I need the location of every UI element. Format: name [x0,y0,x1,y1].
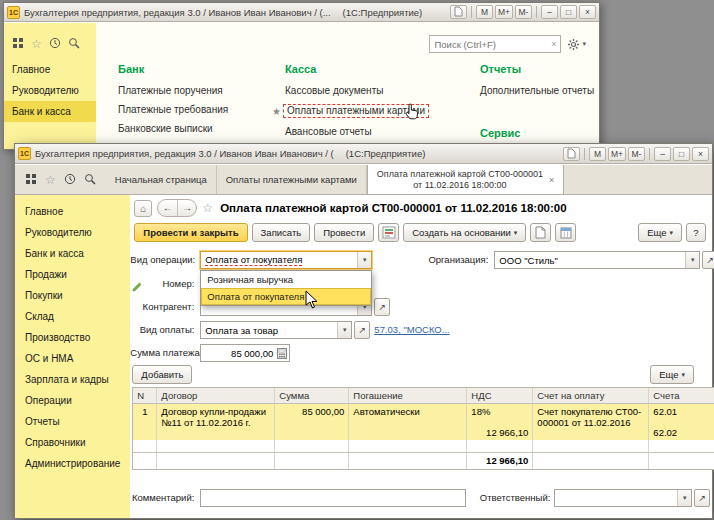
back-button[interactable]: ← [158,200,177,216]
tab-card-payments-list[interactable]: Оплаты платежными картами [217,165,367,194]
cell-vat[interactable]: 18% 12 966,10 [467,404,533,440]
sidebar-item-purchases[interactable]: Покупки [15,285,130,306]
help-button[interactable]: ? [686,223,706,242]
counterparty-open-button[interactable]: ↗ [374,298,390,316]
cell-invoice[interactable]: Счет покупателю СТ00-000001 от 11.02.201… [533,404,649,440]
settlement-account-link[interactable]: 57.03, "МОСКО... [374,324,449,335]
maximize-button[interactable]: □ [673,147,690,161]
post-and-close-button[interactable]: Провести и закрыть [134,223,247,242]
dropdown-option-retail-revenue[interactable]: Розничная выручка [201,271,371,288]
organization-combo[interactable]: ООО "Стиль" ▾ [494,251,700,269]
col-header-contract[interactable]: Договор [157,388,275,404]
chevron-down-icon[interactable]: ▾ [337,322,351,338]
close-button[interactable]: × [692,147,709,161]
sidebar-item-manager[interactable]: Руководителю [15,222,130,243]
cell-repayment[interactable]: Автоматически [349,404,467,440]
back-titlebar[interactable]: 1С Бухгалтерия предприятия, редакция 3.0… [4,3,599,22]
history-icon[interactable] [64,171,76,189]
table-row[interactable]: 1 Договор купли-продажи №11 от 11.02.201… [133,404,714,440]
payment-kind-open-button[interactable]: ↗ [354,321,370,339]
col-header-invoice[interactable]: Счет на оплату [533,388,649,404]
menu-item-bank-statements[interactable]: Банковские выписки [118,123,228,134]
sidebar-item-reports[interactable]: Отчеты [15,411,130,432]
payment-amount-input[interactable]: 85 000,00 [200,344,290,362]
write-button[interactable]: Записать [252,223,311,242]
menu-item-payment-requests[interactable]: Платежные требования [118,104,228,115]
sidebar-item-administration[interactable]: Администрирование [15,453,130,474]
memory-plus-button[interactable]: М+ [608,147,626,161]
cell-contract[interactable]: Договор купли-продажи №11 от 11.02.2016 … [157,404,275,440]
col-header-amount[interactable]: Сумма [275,388,349,404]
back-sidebar-item-main[interactable]: Главное [4,59,96,80]
responsible-open-button[interactable]: ↗ [694,489,710,507]
front-titlebar[interactable]: 1С Бухгалтерия предприятия, редакция 3.0… [15,144,712,164]
sidebar-item-operations[interactable]: Операции [15,390,130,411]
create-based-on-button[interactable]: Создать на основании ▾ [403,223,526,242]
menu-item-advance-reports[interactable]: Авансовые отчеты [285,126,429,137]
search-icon[interactable] [68,35,80,53]
organization-open-button[interactable]: ↗ [702,251,714,269]
sidebar-item-salary-hr[interactable]: Зарплата и кадры [15,369,130,390]
chevron-down-icon[interactable]: ▾ [685,252,699,268]
settings-gear-button[interactable]: ▾ [567,38,586,51]
memory-minus-button[interactable]: М- [628,147,645,161]
col-header-vat[interactable]: НДС [467,388,533,404]
operation-type-combo[interactable]: Оплата от покупателя ▾ [200,251,372,269]
back-sidebar-item-bank-cash[interactable]: Банк и касса [4,101,96,122]
report-button[interactable] [555,223,576,242]
menu-item-card-payments-label[interactable]: Оплаты платежными картами [283,104,429,118]
sidebar-item-warehouse[interactable]: Склад [15,306,130,327]
memory-button[interactable]: М [476,5,493,19]
favorite-star-icon[interactable]: ★ [272,106,281,117]
tab-home-page[interactable]: Начальная страница [106,165,217,194]
dropdown-option-buyer-payment[interactable]: Оплата от покупателя [201,288,371,305]
cell-accounts[interactable]: 62.01 62.02 [649,404,714,440]
menu-item-card-payments[interactable]: ★ Оплаты платежными картами [272,104,429,118]
clear-search-icon[interactable]: × [547,39,560,49]
more-button[interactable]: Еще ▾ [638,223,682,242]
grid-more-button[interactable]: Еще ▾ [650,365,694,384]
sidebar-item-fixed-assets[interactable]: ОС и НМА [15,348,130,369]
show-postings-button[interactable] [378,223,399,242]
forward-button[interactable]: → [177,200,196,216]
minimize-button[interactable]: – [541,5,558,19]
calculator-icon[interactable] [277,345,289,361]
chevron-down-icon[interactable]: ▾ [357,252,371,268]
back-sidebar-item-manager[interactable]: Руководителю [4,80,96,101]
favorites-icon[interactable]: ☆ [45,173,56,187]
history-icon[interactable] [49,35,61,53]
cell-n[interactable]: 1 [133,404,157,440]
post-button[interactable]: Провести [314,223,374,242]
favorite-star-icon[interactable]: ☆ [202,201,213,215]
sidebar-item-main[interactable]: Главное [15,201,130,222]
tab-close-icon[interactable]: × [549,175,554,185]
memory-button[interactable]: М [589,147,606,161]
search-input[interactable] [430,39,547,50]
add-row-button[interactable]: Добавить [132,365,192,384]
main-menu-icon[interactable] [25,171,37,189]
menu-item-cash-documents[interactable]: Кассовые документы [285,85,429,96]
menu-item-additional-reports[interactable]: Дополнительные отчеты [480,85,594,96]
col-header-repayment[interactable]: Погашение задолженности [349,388,467,404]
sidebar-item-production[interactable]: Производство [15,327,130,348]
col-header-n[interactable]: N [133,388,157,404]
doc-icon[interactable] [450,5,467,19]
maximize-button[interactable]: □ [560,5,577,19]
tab-card-payment-document[interactable]: Оплата платежной картой СТ00-000001 от 1… [367,165,564,194]
main-menu-icon[interactable] [12,35,24,53]
sidebar-item-bank-cash[interactable]: Банк и касса [15,243,130,264]
sidebar-item-directories[interactable]: Справочники [15,432,130,453]
col-header-accounts[interactable]: Счета расчетов [649,388,714,404]
close-button[interactable]: × [579,5,596,19]
payment-kind-combo[interactable]: Оплата за товар ▾ [200,321,352,339]
home-button[interactable]: ⌂ [134,200,152,217]
attach-file-button[interactable] [530,223,551,242]
responsible-combo[interactable]: ▾ [554,489,692,507]
search-icon[interactable] [84,171,96,189]
comment-input[interactable] [200,489,466,507]
chevron-down-icon[interactable]: ▾ [677,490,691,506]
doc-icon[interactable] [563,147,580,161]
menu-item-payment-orders[interactable]: Платежные поручения [118,85,228,96]
minimize-button[interactable]: – [654,147,671,161]
memory-minus-button[interactable]: М- [515,5,532,19]
